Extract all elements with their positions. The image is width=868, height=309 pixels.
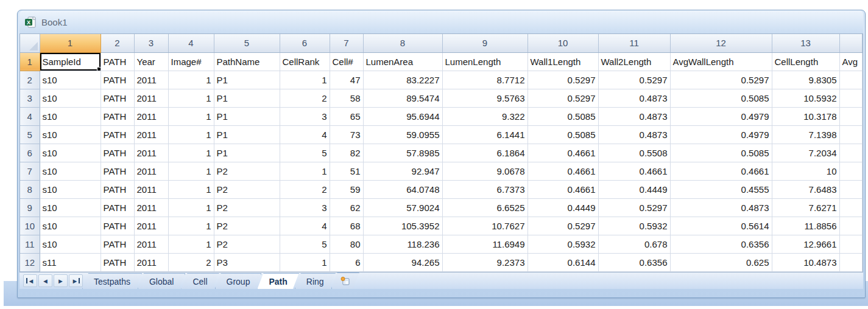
cell[interactable]: P2 — [214, 162, 280, 180]
cell[interactable] — [839, 162, 863, 180]
cell[interactable]: 0.4661 — [528, 162, 598, 180]
cell[interactable]: 0.4449 — [598, 180, 670, 198]
cell[interactable]: 0.5932 — [598, 217, 670, 235]
cell[interactable] — [839, 71, 863, 89]
column-header-7[interactable]: 7 — [330, 34, 363, 52]
cell[interactable]: 9.0678 — [442, 162, 528, 180]
cell[interactable]: 0.4661 — [670, 162, 772, 180]
sheet-tab-cell[interactable]: Cell — [181, 273, 219, 289]
cell[interactable]: 2011 — [134, 125, 168, 144]
cell[interactable]: 2011 — [134, 198, 168, 217]
cell[interactable]: P2 — [214, 217, 280, 235]
cell[interactable]: P1 — [214, 71, 280, 89]
cell[interactable]: 6.1441 — [442, 125, 528, 144]
cell[interactable]: 0.5085 — [670, 89, 772, 107]
cell[interactable]: 2011 — [134, 253, 168, 271]
cell[interactable]: 0.4873 — [598, 107, 670, 125]
cell[interactable]: 0.5508 — [598, 144, 670, 162]
cell[interactable]: 2011 — [134, 162, 168, 180]
cell[interactable]: 0.4873 — [670, 198, 772, 217]
cell[interactable]: 65 — [330, 107, 363, 125]
cell[interactable]: 0.4661 — [528, 144, 598, 162]
cell[interactable]: 57.8985 — [363, 144, 442, 162]
cell[interactable]: 2011 — [134, 71, 168, 89]
cell[interactable]: 6 — [330, 253, 363, 271]
cell[interactable]: 0.625 — [670, 253, 772, 271]
cell[interactable] — [839, 107, 863, 125]
cell[interactable]: SampleId — [40, 52, 101, 71]
cell[interactable]: 1 — [168, 89, 214, 107]
row-header-10[interactable]: 10 — [20, 217, 40, 235]
row-header-4[interactable]: 4 — [20, 107, 40, 125]
cell[interactable]: 0.6144 — [528, 253, 598, 271]
column-header-1[interactable]: 1 — [40, 34, 101, 52]
cell[interactable]: 4 — [280, 125, 330, 144]
cell[interactable]: 58 — [330, 89, 363, 107]
sheet-tab-ring[interactable]: Ring — [295, 273, 336, 289]
cell[interactable]: 2011 — [134, 144, 168, 162]
cell[interactable]: 92.947 — [363, 162, 442, 180]
sheet-nav-first-button[interactable]: ◄ — [23, 274, 37, 287]
cell[interactable]: Cell# — [330, 52, 363, 71]
column-header-14[interactable] — [839, 34, 863, 52]
cell[interactable]: 6.7373 — [442, 180, 528, 198]
cell[interactable]: PATH — [101, 180, 134, 198]
cell[interactable]: P2 — [214, 235, 280, 253]
cell[interactable]: 89.5474 — [363, 89, 442, 107]
cell[interactable]: 5 — [280, 144, 330, 162]
cell[interactable]: PATH — [101, 217, 134, 235]
cell[interactable]: 0.4873 — [598, 125, 670, 144]
cell[interactable]: 1 — [168, 217, 214, 235]
cell[interactable]: 9.2373 — [442, 253, 528, 271]
cell[interactable] — [839, 198, 863, 217]
row-header-12[interactable]: 12 — [20, 253, 40, 271]
cell[interactable]: 10.7627 — [442, 217, 528, 235]
sheet-tab-path[interactable]: Path — [257, 273, 298, 289]
cell[interactable]: 3 — [280, 107, 330, 125]
cell[interactable]: 80 — [330, 235, 363, 253]
cell[interactable]: 0.5297 — [528, 71, 598, 89]
cell[interactable]: 0.4873 — [598, 89, 670, 107]
column-header-8[interactable]: 8 — [363, 34, 442, 52]
column-header-11[interactable]: 11 — [598, 34, 670, 52]
cell[interactable]: 64.0748 — [363, 180, 442, 198]
cell[interactable]: 0.5085 — [528, 107, 598, 125]
cell[interactable]: 8.7712 — [442, 71, 528, 89]
cell[interactable]: 0.5297 — [598, 198, 670, 217]
cell[interactable]: 0.4449 — [528, 198, 598, 217]
cell[interactable]: Wall2Length — [598, 52, 670, 71]
cell[interactable]: 51 — [330, 162, 363, 180]
cell[interactable]: 0.678 — [598, 235, 670, 253]
cell[interactable]: Avg — [839, 52, 863, 71]
cell[interactable]: 1 — [168, 162, 214, 180]
row-header-1[interactable]: 1 — [20, 52, 40, 71]
cell[interactable] — [839, 125, 863, 144]
cell[interactable] — [839, 89, 863, 107]
cell[interactable]: 1 — [280, 71, 330, 89]
cell[interactable]: 0.4661 — [528, 180, 598, 198]
cell[interactable]: 2 — [280, 89, 330, 107]
cell[interactable]: 1 — [280, 253, 330, 271]
cell[interactable]: 1 — [168, 180, 214, 198]
cell[interactable]: 9.5763 — [442, 89, 528, 107]
select-all-button[interactable] — [20, 34, 40, 52]
cell[interactable]: s10 — [40, 89, 101, 107]
column-header-10[interactable]: 10 — [528, 34, 598, 52]
cell[interactable] — [839, 144, 863, 162]
row-header-5[interactable]: 5 — [20, 125, 40, 144]
window-titlebar[interactable]: X Book1 — [19, 10, 863, 33]
cell[interactable]: 9.8305 — [772, 71, 839, 89]
cell[interactable]: 10.3178 — [772, 107, 839, 125]
cell[interactable]: 2011 — [134, 180, 168, 198]
cell[interactable]: P1 — [214, 89, 280, 107]
sheet-nav-next-button[interactable]: ► — [54, 274, 68, 287]
cell[interactable]: 62 — [330, 198, 363, 217]
cell[interactable]: 10.5932 — [772, 89, 839, 107]
cell[interactable]: 1 — [168, 71, 214, 89]
cell[interactable]: s10 — [40, 235, 101, 253]
cell[interactable]: 2 — [280, 180, 330, 198]
cell[interactable]: 82 — [330, 144, 363, 162]
cell[interactable]: PATH — [101, 71, 134, 89]
sheet-nav-last-button[interactable]: ► — [69, 274, 83, 287]
cell[interactable] — [839, 253, 863, 271]
